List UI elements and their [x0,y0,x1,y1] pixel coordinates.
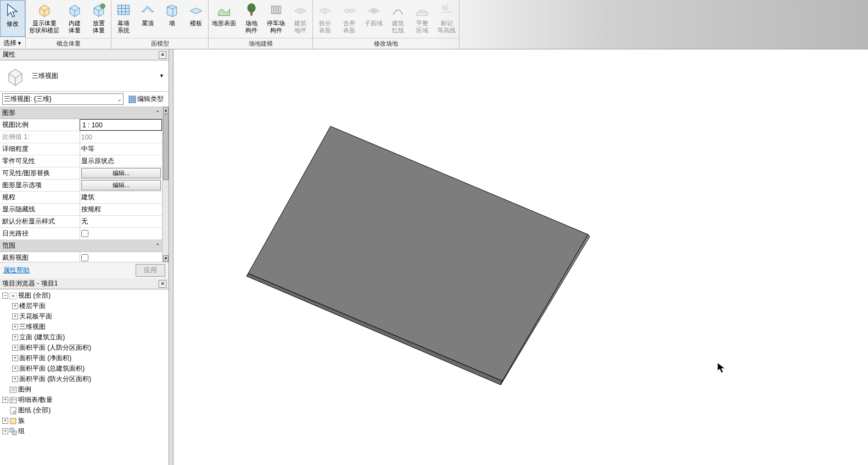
prop-val-sun-path[interactable] [80,228,162,239]
tree-area-rf[interactable]: +面积平面 (人防分区面积) [2,343,166,353]
prop-val-vg-override: 编辑... [80,167,162,179]
tree-sheets[interactable]: 图纸 (全部) [2,405,166,416]
prop-val-show-hidden[interactable]: 按规程 [80,204,162,215]
tree-3d-views[interactable]: +三维视图 [2,322,166,332]
tree-ceiling-plans[interactable]: +天花板平面 [2,311,166,322]
expander-icon[interactable]: + [12,366,18,372]
inplace-mass-button[interactable]: 内建 体量 [63,0,87,38]
svg-marker-23 [248,126,588,381]
ribbon-group-select-label[interactable]: 选择 ▼ [0,37,25,49]
prop-val-default-analysis[interactable]: 无 [80,216,162,227]
inplace-mass-icon [66,1,83,19]
scroll-up-icon[interactable]: ▴ [163,107,169,114]
apply-button[interactable]: 应用 [136,264,165,277]
subregion-label: 子面域 [365,20,383,27]
prop-val-gfx-display: 编辑... [80,180,162,191]
ribbon-group-site-label: 场地建模 [209,38,312,49]
place-mass-button[interactable]: 放置 体量 [87,0,111,38]
expander-icon[interactable]: + [12,376,18,382]
close-icon[interactable]: ✕ [159,280,166,288]
svg-rect-8 [129,100,132,103]
edit-type-label: 编辑类型 [137,94,164,104]
roof-button[interactable]: 屋顶 [136,0,160,38]
show-mass-button[interactable]: 显示体量 形状和楼层 [26,0,63,38]
panel-splitter[interactable] [169,49,173,465]
scroll-down-icon[interactable]: ▾ [163,255,169,262]
view-scale-input[interactable] [81,121,160,129]
gfx-display-edit-button[interactable]: 编辑... [81,180,161,191]
expander-icon[interactable]: + [12,303,18,309]
collapse-icon[interactable]: ⌃ [155,110,160,116]
instance-combo[interactable]: 三维视图: {三维} ⌄ [2,93,124,105]
prop-val-view-scale[interactable] [80,119,162,131]
properties-scrollbar[interactable]: ▴ ▾ [162,107,169,262]
close-icon[interactable]: ✕ [159,51,166,59]
expander-icon[interactable]: − [2,293,8,299]
propline-label: 建筑 红线 [392,20,404,34]
expander-blank [2,386,8,393]
view-canvas[interactable] [173,49,868,465]
prop-row-default-analysis: 默认分析显示样式 无 [0,216,162,228]
ribbon-group-face-label: 面模型 [111,38,208,49]
merge-label: 合并 表面 [343,20,355,34]
floor-icon [187,1,205,19]
expander-icon[interactable]: + [12,345,18,351]
prop-val-parts-vis[interactable]: 显示原状态 [80,155,162,167]
prop-val-discipline[interactable]: 建筑 [80,192,162,203]
tree-elevations[interactable]: +立面 (建筑立面) [2,332,166,343]
tree-area-gross[interactable]: +面积平面 (总建筑面积) [2,363,166,374]
tree-families[interactable]: + 族 [2,416,166,426]
cursor-icon [4,2,21,19]
prop-group-extents[interactable]: 范围 ⌃ [0,240,162,252]
prop-val-crop-view[interactable] [80,252,162,262]
project-browser-header: 项目浏览器 - 项目1 ✕ [0,278,169,289]
floor-slab[interactable] [239,121,591,395]
tree-area-net[interactable]: +面积平面 (净面积) [2,353,166,363]
edit-type-button[interactable]: 编辑类型 [126,93,166,105]
floor-button[interactable]: 楼板 [184,0,208,38]
prop-group-graphics[interactable]: 图形 ⌃ [0,107,162,119]
mass-cube-icon [36,1,53,19]
prop-row-view-scale: 视图比例 [0,119,162,131]
toposurface-button[interactable]: 地形表面 [209,0,239,38]
expander-icon[interactable]: + [2,397,8,403]
tree-schedules[interactable]: + 明细表/数量 [2,395,166,405]
tree-views-root[interactable]: − 视图 (全部) [2,290,166,301]
expander-icon[interactable]: + [12,313,18,320]
modify-button[interactable]: 修改 [0,0,25,37]
project-browser-title: 项目浏览器 - 项目1 [2,279,58,288]
type-selector[interactable]: 三维视图 ▼ [0,60,169,92]
site-component-button[interactable]: 场地 构件 [239,0,264,38]
expander-icon[interactable]: + [2,428,8,434]
tree-floor-plans[interactable]: +楼层平面 [2,301,166,311]
wall-button[interactable]: 墙 [160,0,184,38]
prop-key: 零件可见性 [0,155,80,167]
prop-val-detail-level[interactable]: 中等 [80,143,162,155]
crop-view-checkbox[interactable] [81,254,88,261]
expander-icon[interactable]: + [12,324,18,330]
curtain-system-button[interactable]: 幕墙 系统 [111,0,136,38]
prop-key: 比例值 1: [0,131,80,143]
svg-rect-3 [250,12,253,16]
prop-key: 规程 [0,192,80,203]
vg-override-edit-button[interactable]: 编辑... [81,168,161,178]
tree-legends[interactable]: 图例 [2,384,166,395]
scroll-thumb[interactable] [163,114,169,180]
expander-icon[interactable]: + [2,418,8,424]
expander-icon[interactable]: + [12,334,18,340]
graded-icon [413,1,431,19]
contour-label-text: 标记 等高线 [438,20,456,34]
tree-area-fire[interactable]: +面积平面 (防火分区面积) [2,374,166,384]
expander-icon[interactable]: + [12,355,18,361]
label-contours-button: 50 标记 等高线 [434,0,459,38]
properties-help-link[interactable]: 属性帮助 [3,266,30,275]
pad-label: 建筑 地坪 [294,20,306,34]
properties-panel-header: 属性 ✕ [0,49,169,60]
sun-path-checkbox[interactable] [81,230,88,237]
svg-point-11 [12,295,14,297]
collapse-icon[interactable]: ⌃ [155,243,160,249]
project-browser-body: − 视图 (全部) +楼层平面 +天花板平面 +三维视图 +立面 (建筑立面) … [0,289,169,465]
split-label: 拆分 表面 [319,20,331,34]
tree-groups[interactable]: + 组 [2,426,166,436]
parking-component-button[interactable]: 停车场 构件 [264,0,288,38]
